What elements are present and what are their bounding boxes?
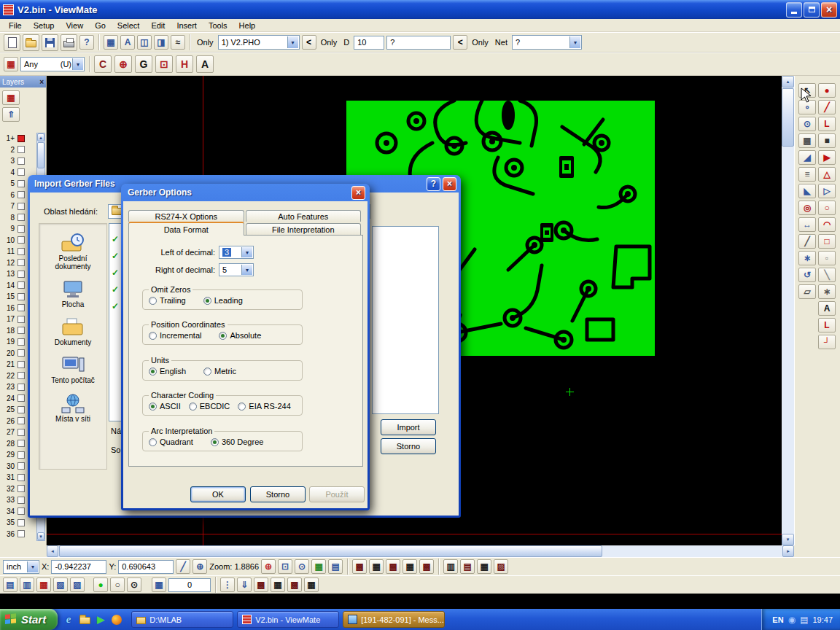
measure-distance-icon[interactable]: ╱ [176,559,190,574]
radio-trailing[interactable]: Trailing [149,296,186,305]
layer-visibility-box[interactable] [18,384,25,391]
pattern-a-icon[interactable]: ▩ [254,578,268,592]
flip-tool-icon[interactable]: ▷ [818,184,836,198]
layer-row[interactable]: 35 [1,517,36,529]
place-recent-documents[interactable]: Poslední dokumenty [40,233,106,271]
scroll-down-icon[interactable]: ▾ [782,534,794,545]
film-positive-icon[interactable]: ▦ [369,559,384,574]
pattern-d-icon[interactable]: ▦ [304,578,319,592]
highlight-icon[interactable]: H [176,55,193,73]
draw-pad-icon[interactable]: ● [818,83,836,98]
chevron-down-icon[interactable] [72,58,83,70]
layer-visibility-box[interactable] [18,474,25,481]
radio-360-degree[interactable]: 360 Degree [211,438,264,446]
left-of-decimal-combo[interactable]: 3 [219,246,254,259]
canvas-vertical-scrollbar[interactable]: ▴ ▾ [782,76,794,545]
layer-visibility-box[interactable] [18,361,25,368]
import-cancel-button[interactable]: Storno [381,438,436,454]
layer-visibility-box[interactable] [18,429,25,436]
draw-line-gray-icon[interactable]: ╲ [818,268,836,282]
layer-row[interactable]: 1+ [1,133,36,144]
import-button[interactable]: Import [381,419,436,435]
dcode-input[interactable]: 10 [354,36,384,50]
layer-visibility-box[interactable] [18,530,25,537]
zoom-window-icon[interactable]: ⊡ [278,559,292,574]
ok-button[interactable]: OK [190,486,246,502]
minimize-button[interactable] [786,2,802,18]
network-status-icon[interactable]: ▤ [800,615,808,625]
pattern-b-icon[interactable]: ▦ [271,578,285,592]
menu-item[interactable]: Edit [145,20,171,31]
radio-ascii[interactable]: ASCII [149,402,181,411]
layer-colors-icon[interactable]: ▦ [2,90,20,105]
radio-incremental[interactable]: Incremental [149,331,201,340]
pad-view-icon[interactable]: ▥ [443,559,458,574]
radio-leading[interactable]: Leading [203,296,243,305]
draw-rect-icon[interactable]: □ [818,234,836,249]
wedge-tool-icon[interactable]: ◣ [798,184,816,198]
fill-half-icon[interactable]: ◨ [154,35,168,50]
zoom-previous-icon[interactable]: ⊙ [295,559,309,574]
layer-visibility-box[interactable] [18,281,25,289]
task-button-message[interactable]: [191-482-091] - Mess... [343,611,445,628]
layer-visibility-box[interactable] [18,168,25,176]
open-file-icon[interactable] [23,34,39,51]
chevron-down-icon[interactable] [287,36,298,48]
menu-item[interactable]: Setup [28,20,61,31]
internet-explorer-icon[interactable]: e [62,613,75,626]
restore-button[interactable] [804,2,820,18]
draw-elbow-icon[interactable]: L [818,117,836,131]
set-origin-icon[interactable]: ⊕ [192,559,207,574]
layer-visibility-box[interactable] [18,146,25,153]
layer-visibility-box[interactable] [18,135,25,142]
clear-screen-icon[interactable]: C [94,55,112,73]
select-circle-icon[interactable]: ○ [110,578,125,592]
dcode-table-icon[interactable]: ▦ [104,35,118,50]
net-select-combo[interactable]: ? [512,35,582,50]
preview-list[interactable] [372,226,439,414]
dialog-close-button[interactable]: × [443,177,456,191]
layers-close-icon[interactable]: × [39,78,44,86]
draw-ghost-rect-icon[interactable]: ▫ [818,251,836,265]
draw-circle-icon[interactable]: ○ [818,201,836,215]
layer-row[interactable]: 36 [1,529,36,540]
new-file-icon[interactable] [4,34,20,51]
layer-row[interactable]: 3 [1,155,36,167]
help-pointer-icon[interactable]: ? [79,35,94,50]
count-field[interactable]: 0 [168,578,211,592]
task-button-mlab[interactable]: D:\MLAB [131,611,233,628]
dialog-close-button[interactable]: × [351,186,365,200]
layer-visibility-box[interactable] [18,462,25,470]
layer-visibility-box[interactable] [18,497,25,504]
step-up-icon[interactable]: ▨ [70,578,85,592]
radio-ebcdic[interactable]: EBCDIC [189,402,230,411]
aperture-shape-combo[interactable]: Any (U) [20,57,85,71]
place-documents[interactable]: Dokumenty [40,317,106,346]
close-button[interactable] [821,2,837,18]
scroll-up-icon[interactable]: ▴ [782,76,794,88]
prev-dcode-button[interactable]: < [302,35,316,50]
layer-visibility-box[interactable] [18,271,25,278]
layer-visibility-box[interactable] [18,191,25,198]
layer-visibility-box[interactable] [18,293,25,300]
mask-view-icon[interactable]: ▨ [494,559,508,574]
layer-visibility-box[interactable] [18,236,25,244]
language-bar-icon[interactable]: ◉ [788,615,796,625]
menu-item[interactable]: Help [233,20,262,31]
folder-icon[interactable] [78,613,91,626]
layer-visibility-box[interactable] [18,214,25,221]
layer-visibility-box[interactable] [18,372,25,379]
text-size-icon[interactable]: A [120,35,135,50]
language-indicator[interactable]: EN [772,615,783,624]
drop-marker-icon[interactable]: ⇓ [237,578,252,592]
place-network[interactable]: Místa v síti [40,393,106,423]
layer-visibility-box[interactable] [18,451,25,459]
prev-net-button[interactable]: < [453,35,467,50]
text-annotate-icon[interactable]: A [196,55,214,73]
draw-arc-icon[interactable]: ◠ [818,217,836,232]
step-down-icon[interactable]: ▧ [53,578,68,592]
layer-visibility-box[interactable] [18,417,25,424]
chevron-down-icon[interactable] [27,561,38,572]
tab-auto-features[interactable]: Auto Features [246,210,362,222]
menu-item[interactable]: View [60,20,89,31]
